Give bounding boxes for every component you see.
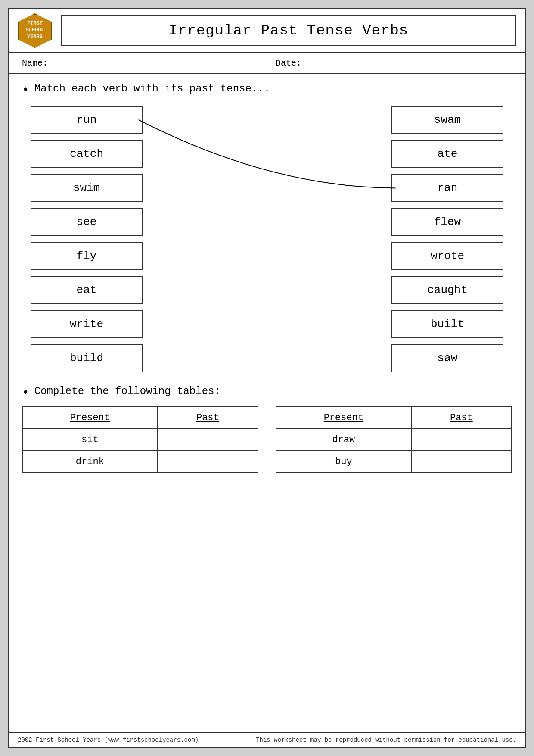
table2-row2-past[interactable]: [411, 451, 512, 473]
left-verb-catch: catch: [31, 140, 143, 168]
table1-row2-present: drink: [22, 451, 158, 473]
bullet-match: • Match each verb with its past tense...: [22, 83, 512, 97]
logo: FIRST SCHOOL YEARS: [18, 13, 52, 48]
bullet-dot: •: [22, 83, 29, 97]
table-row: drink: [22, 451, 258, 473]
match-instructions: • Match each verb with its past tense...: [9, 74, 525, 102]
table2-header-past: Past: [411, 407, 512, 429]
right-column: swam ate ran flew wrote caught built saw: [391, 106, 503, 372]
tables-section: • Complete the following tables: Present…: [9, 381, 525, 482]
name-label: Name:: [22, 58, 48, 68]
footer-right: This worksheet may be reproduced without…: [256, 737, 516, 744]
right-verb-flew: flew: [391, 208, 503, 236]
table1-row1-past[interactable]: [158, 429, 258, 451]
page-title: Irregular Past Tense Verbs: [70, 22, 507, 39]
bullet-tables: • Complete the following tables:: [22, 385, 512, 400]
table1-row1-present: sit: [22, 429, 158, 451]
logo-line3: YEARS: [27, 34, 43, 41]
left-verb-see: see: [31, 208, 143, 236]
worksheet: FIRST SCHOOL YEARS Irregular Past Tense …: [8, 8, 526, 748]
left-verb-swim: swim: [31, 174, 143, 202]
name-date-bar: Name: Date:: [9, 53, 525, 74]
bullet-dot-2: •: [22, 385, 29, 400]
page: FIRST SCHOOL YEARS Irregular Past Tense …: [0, 0, 534, 756]
right-verb-saw: saw: [391, 344, 503, 372]
logo-line1: FIRST: [27, 21, 43, 28]
name-section: Name:: [22, 58, 258, 68]
left-verb-run: run: [31, 106, 143, 134]
header: FIRST SCHOOL YEARS Irregular Past Tense …: [9, 9, 525, 53]
title-box: Irregular Past Tense Verbs: [61, 15, 516, 46]
left-verb-fly: fly: [31, 242, 143, 270]
match-instruction-text: Match each verb with its past tense...: [34, 83, 270, 94]
tables-instruction: • Complete the following tables:: [22, 385, 512, 400]
left-verb-build: build: [31, 344, 143, 372]
left-verb-eat: eat: [31, 276, 143, 304]
right-verb-wrote: wrote: [391, 242, 503, 270]
table2-row2-present: buy: [276, 451, 411, 473]
date-label: Date:: [276, 58, 301, 68]
footer: 2002 First School Years (www.firstschool…: [9, 732, 525, 747]
table1: Present Past sit drink: [22, 406, 258, 473]
table-row: draw: [276, 429, 512, 451]
left-verb-write: write: [31, 310, 143, 338]
table2-row1-present: draw: [276, 429, 411, 451]
table-instruction-text: Complete the following tables:: [34, 385, 220, 397]
tables-row: Present Past sit drink: [22, 406, 512, 473]
right-verb-ran: ran: [391, 174, 503, 202]
table1-row2-past[interactable]: [158, 451, 258, 473]
footer-left: 2002 First School Years (www.firstschool…: [18, 737, 199, 744]
right-verb-built: built: [391, 310, 503, 338]
table-row: sit: [22, 429, 258, 451]
logo-line2: SCHOOL: [25, 27, 44, 34]
right-verb-ate: ate: [391, 140, 503, 168]
date-section: Date:: [258, 58, 512, 68]
table-row: buy: [276, 451, 512, 473]
matching-columns: run catch swim see fly eat write build: [31, 106, 503, 372]
matching-area: run catch swim see fly eat write build: [9, 102, 525, 381]
table2-row1-past[interactable]: [411, 429, 512, 451]
table1-header-present: Present: [22, 407, 158, 429]
left-column: run catch swim see fly eat write build: [31, 106, 143, 372]
table1-header-past: Past: [158, 407, 258, 429]
table2: Present Past draw buy: [276, 406, 512, 473]
right-verb-caught: caught: [391, 276, 503, 304]
table2-header-present: Present: [276, 407, 411, 429]
right-verb-swam: swam: [391, 106, 503, 134]
